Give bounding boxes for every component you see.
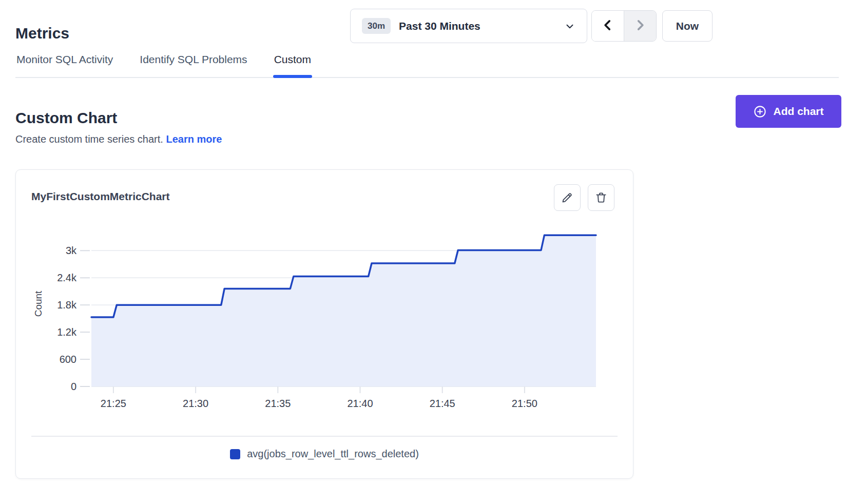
chart-title: MyFirstCustomMetricChart [31, 190, 170, 203]
section-description: Create custom time series chart. Learn m… [15, 133, 222, 145]
time-range-dropdown[interactable]: 30m Past 30 Minutes [350, 9, 587, 43]
now-button[interactable]: Now [662, 10, 713, 42]
y-tick-label: 0 [71, 381, 76, 392]
pencil-icon [561, 191, 574, 204]
tab-monitor-sql-activity[interactable]: Monitor SQL Activity [15, 53, 114, 77]
card-divider [31, 436, 618, 437]
learn-more-link[interactable]: Learn more [166, 133, 222, 145]
x-tick-label: 21:40 [347, 398, 373, 409]
edit-chart-button[interactable] [554, 184, 581, 211]
metrics-page: Metrics 30m Past 30 Minutes Now [0, 0, 847, 504]
series-area [91, 235, 596, 386]
x-tick-label: 21:35 [265, 398, 291, 409]
time-step-buttons [591, 10, 657, 42]
time-range-badge: 30m [362, 18, 391, 34]
y-tick-label: 2.4k [57, 272, 77, 283]
legend-label: avg(jobs_row_level_ttl_rows_deleted) [247, 448, 419, 460]
trash-icon [594, 191, 608, 204]
x-tick-label: 21:25 [101, 398, 126, 409]
y-tick-label: 600 [60, 354, 76, 365]
previous-time-button[interactable] [592, 11, 624, 41]
delete-chart-button[interactable] [588, 184, 614, 211]
chevron-down-icon [564, 21, 575, 32]
custom-chart-card: MyFirstCustomMetricChart 06001.2k1.8k2.4… [15, 169, 633, 479]
chart-legend: avg(jobs_row_level_ttl_rows_deleted) [16, 448, 633, 460]
chevron-right-icon [633, 18, 647, 34]
y-axis-label: Count [33, 290, 44, 317]
x-tick-label: 21:30 [183, 398, 208, 409]
section-title: Custom Chart [15, 109, 117, 127]
x-tick-label: 21:45 [430, 398, 455, 409]
add-chart-button[interactable]: Add chart [736, 95, 841, 128]
chevron-left-icon [601, 18, 614, 34]
y-tick-label: 3k [66, 245, 77, 256]
legend-swatch [230, 449, 240, 459]
page-title: Metrics [15, 25, 69, 42]
tab-custom[interactable]: Custom [273, 53, 312, 77]
tab-identify-sql-problems[interactable]: Identify SQL Problems [139, 53, 248, 77]
y-tick-label: 1.8k [57, 299, 77, 311]
time-range-label: Past 30 Minutes [399, 20, 480, 32]
y-tick-label: 1.2k [57, 326, 77, 338]
plus-circle-icon [753, 105, 767, 119]
x-tick-label: 21:50 [512, 398, 537, 409]
section-description-text: Create custom time series chart. [15, 133, 163, 145]
next-time-button[interactable] [624, 11, 656, 41]
custom-chart-plot: 06001.2k1.8k2.4k3k21:2521:3021:3521:4021… [31, 216, 619, 421]
tabs: Monitor SQL Activity Identify SQL Proble… [15, 53, 839, 78]
add-chart-button-label: Add chart [773, 105, 823, 118]
now-button-label: Now [676, 20, 699, 32]
